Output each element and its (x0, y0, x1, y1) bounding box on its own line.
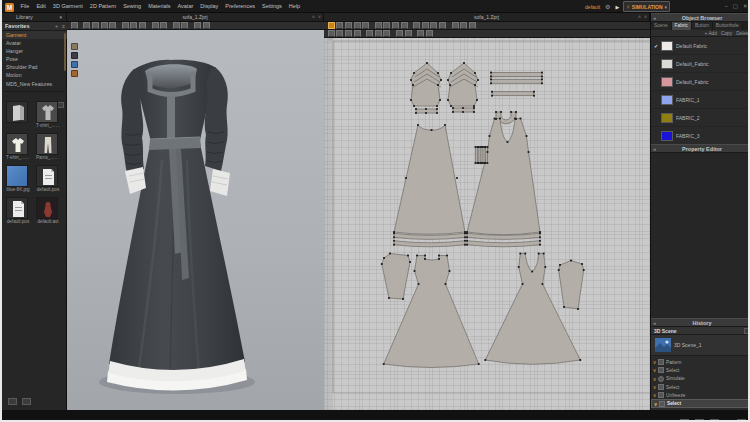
sidebar-item-hanger[interactable]: Hanger (2, 47, 67, 55)
history-entry[interactable]: ∨ Select (651, 383, 750, 391)
library-thumb-blue-texture[interactable]: blue-8K.jpg (6, 165, 30, 193)
scene-options-icon[interactable] (744, 328, 750, 334)
pane-collapse-up-icon[interactable]: ˄ (638, 13, 641, 22)
2d-tool-icon[interactable] (375, 22, 382, 29)
3d-tool-icon[interactable] (194, 22, 201, 29)
2d-tool-icon[interactable] (354, 30, 361, 37)
3d-tool-icon[interactable] (101, 22, 108, 29)
simulation-caret-icon[interactable]: ▾ (665, 4, 668, 10)
2d-tool-icon[interactable] (383, 22, 390, 29)
fabric-row[interactable]: ✔ Default Fabric (651, 37, 750, 55)
history-entry-active[interactable]: ∨ Select (651, 399, 750, 407)
maximize-button[interactable]: ▢ (730, 0, 740, 13)
fabric-row[interactable]: FABRIC_3 (651, 127, 750, 145)
2d-tool-icon[interactable] (426, 30, 433, 37)
fabric-row[interactable]: FABRIC_1 (651, 91, 750, 109)
library-thumb-folder[interactable] (6, 101, 30, 129)
copy-fabric-button[interactable]: Copy (721, 31, 732, 36)
3d-tool-icon[interactable] (122, 22, 129, 29)
pane-collapse-up-icon[interactable]: ˄ (312, 13, 315, 22)
pointer-icon[interactable]: ▶ (615, 4, 619, 10)
2d-transform-tool-icon[interactable] (328, 22, 335, 29)
2d-tool-icon[interactable] (452, 22, 459, 29)
2d-tool-icon[interactable] (336, 30, 343, 37)
2d-tool-icon[interactable] (439, 22, 446, 29)
menu-file[interactable]: File (17, 0, 33, 13)
2d-tool-icon[interactable] (401, 22, 408, 29)
scene-item-row[interactable]: 3D Scene_1 (651, 335, 750, 356)
property-editor-header[interactable]: ◂ Property Editor ▸ (651, 144, 750, 153)
3d-tool-icon[interactable] (181, 22, 188, 29)
history-header[interactable]: ◂ History ▸ (651, 318, 750, 327)
viewport-3d[interactable] (67, 30, 324, 410)
2d-tool-icon[interactable] (413, 22, 420, 29)
history-entry[interactable]: ∨ Pattern (651, 358, 750, 366)
2d-tool-icon[interactable] (354, 22, 361, 29)
2d-tool-icon[interactable] (345, 30, 352, 37)
menu-materials[interactable]: Materials (145, 0, 174, 13)
2d-tool-icon[interactable] (430, 22, 437, 29)
delete-fabric-button[interactable]: Delete (736, 31, 750, 36)
favorites-menu-icon[interactable]: ≡ (62, 23, 65, 29)
sidebar-item-pose[interactable]: Pose (2, 55, 67, 63)
menu-sewing[interactable]: Sewing (120, 0, 145, 13)
favorites-add-icon[interactable]: + (55, 23, 58, 29)
2d-tool-icon[interactable] (345, 22, 352, 29)
3d-tool-icon[interactable] (71, 22, 78, 29)
gear-icon[interactable]: ⚙ (605, 3, 610, 10)
2d-tool-icon[interactable] (362, 22, 369, 29)
history-entry[interactable]: ∨ Unfreeze (651, 391, 750, 399)
add-fabric-button[interactable]: + Add (705, 31, 717, 36)
fabric-row[interactable]: Default_Fabric ▫ (651, 55, 750, 73)
menu-2d-pattern[interactable]: 2D Pattern (86, 0, 119, 13)
sidebar-item-shoulder-pad[interactable]: Shoulder Pad (2, 63, 67, 71)
menu-edit[interactable]: Edit (33, 0, 49, 13)
sidebar-item-garment[interactable]: Garment (2, 31, 67, 39)
fabric-row[interactable]: FABRIC_2 (651, 109, 750, 127)
3d-tool-icon[interactable] (130, 22, 137, 29)
library-thumb-gray-tshirt[interactable]: T-shirt_...pac (36, 101, 60, 129)
3d-tool-icon[interactable] (83, 22, 90, 29)
pane-collapse-down-icon[interactable]: ˅ (318, 13, 321, 22)
3d-tool-icon[interactable] (152, 22, 159, 29)
library-thumb-pose-file[interactable]: default.pos (6, 197, 30, 225)
menu-avatar[interactable]: Avatar (174, 0, 197, 13)
history-entry[interactable]: ∨ Select (651, 366, 750, 374)
menu-3d-garment[interactable]: 3D Garment (49, 0, 86, 13)
3d-tool-icon[interactable] (203, 22, 210, 29)
3d-tool-icon[interactable] (109, 22, 116, 29)
simulation-button[interactable]: ⚡ SIMULATION ▾ (623, 1, 670, 12)
2d-tool-icon[interactable] (469, 22, 476, 29)
sidebar-footer-icon[interactable] (22, 398, 31, 405)
3d-tool-icon[interactable] (173, 22, 180, 29)
2d-tool-icon[interactable] (396, 30, 403, 37)
library-thumb-pants[interactable]: Pants_...pac (36, 133, 60, 161)
2d-tool-icon[interactable] (336, 22, 343, 29)
2d-tool-icon[interactable] (328, 30, 335, 37)
2d-tool-icon[interactable] (392, 22, 399, 29)
pattern-canvas-2d[interactable] (324, 38, 650, 410)
2d-tool-icon[interactable] (366, 30, 373, 37)
pane-collapse-down-icon[interactable]: ˅ (644, 13, 647, 22)
menu-display[interactable]: Display (197, 0, 222, 13)
menu-settings[interactable]: Settings (258, 0, 285, 13)
sidebar-item-motion[interactable]: Motion (2, 71, 67, 79)
2d-tool-icon[interactable] (417, 30, 424, 37)
preset-label[interactable]: default (585, 4, 600, 10)
app-logo[interactable]: M (5, 3, 14, 12)
history-entry[interactable]: ∨ Simulate (651, 375, 750, 383)
close-button[interactable]: ✕ (740, 0, 750, 13)
menu-preferences[interactable]: Preferences (222, 0, 259, 13)
fabric-row[interactable]: Default_Fabric ▫ (651, 73, 750, 91)
sidebar-item-avatar[interactable]: Avatar (2, 39, 67, 47)
tab-buttonhole[interactable]: Buttonhole (713, 22, 743, 30)
2d-tool-icon[interactable] (422, 22, 429, 29)
tab-button[interactable]: Button (692, 22, 713, 30)
2d-tool-icon[interactable] (375, 30, 382, 37)
library-thumb-avatar[interactable]: default.avt (36, 197, 60, 225)
library-dropdown-caret-icon[interactable]: ▾ (59, 13, 62, 22)
sidebar-item-md5-new-features[interactable]: MD5_New Features (2, 80, 67, 88)
2d-tool-icon[interactable] (405, 30, 412, 37)
library-thumb-white-tshirt[interactable]: T-shirt_...pac (6, 133, 30, 161)
3d-tool-icon[interactable] (92, 22, 99, 29)
